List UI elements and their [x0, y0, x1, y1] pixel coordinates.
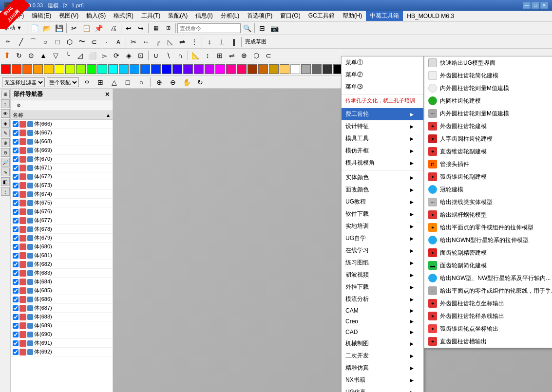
left-icon-6[interactable]: ⊕: [1, 138, 10, 147]
nav-row-673[interactable]: 体(673): [11, 181, 113, 190]
sub-item-11[interactable]: 冠轮建模: [424, 183, 552, 196]
menu-item-download[interactable]: 软件下载▶: [342, 208, 423, 220]
filter-3d-btn[interactable]: △: [108, 76, 120, 88]
polygon-btn[interactable]: ⬡: [64, 36, 76, 48]
nav-checkbox-684[interactable]: [13, 279, 19, 285]
color-swatch-8[interactable]: [76, 64, 86, 74]
snap-grid-btn[interactable]: ⊟: [256, 22, 268, 34]
menu-item-solidcolor[interactable]: 实体颜色▶: [342, 171, 423, 184]
extrude-btn[interactable]: ⬆: [1, 50, 13, 61]
sub-item-19[interactable]: ··· 给出平面点的零件或组件的轮廓线，用于手...: [424, 284, 552, 297]
menu-zhongge[interactable]: 中葛工具箱: [366, 11, 403, 21]
menu-gc[interactable]: GC工具箱: [305, 11, 339, 21]
nav-row-690[interactable]: 体(690): [11, 330, 113, 339]
sub-item-9[interactable]: ⊓ 管接头插件: [424, 158, 552, 170]
dim-btn[interactable]: ↕: [204, 36, 215, 48]
nav-row-671[interactable]: 体(671): [11, 164, 113, 172]
color-swatch-25[interactable]: [258, 64, 268, 74]
color-swatch-26[interactable]: [269, 64, 279, 74]
navigator-sort-icon[interactable]: ▲: [106, 112, 111, 118]
nav-row-669[interactable]: 体(669): [11, 146, 113, 155]
sub-item-23[interactable]: ✦ 直齿圆柱齿槽输出: [424, 335, 552, 348]
nav-row-668[interactable]: 体(668): [11, 137, 113, 146]
move-btn[interactable]: ↕: [202, 50, 213, 61]
nav-checkbox-676[interactable]: [13, 209, 19, 215]
nav-settings-icon[interactable]: ⚙: [13, 100, 24, 112]
menu-item-drawings[interactable]: 练习图纸▶: [342, 257, 423, 269]
nav-checkbox-667[interactable]: [13, 130, 19, 136]
nav-checkbox-670[interactable]: [13, 156, 19, 162]
menu-item-creo[interactable]: Creo▶: [342, 316, 423, 327]
nav-row-686[interactable]: 体(686): [11, 295, 113, 304]
chamfer-btn[interactable]: ◺: [164, 36, 176, 48]
left-icon-1[interactable]: ⊞: [1, 90, 10, 98]
paste-button[interactable]: 📌: [93, 22, 104, 34]
sub-item-6[interactable]: ✦ 外齿圆柱齿轮建模: [424, 120, 552, 132]
constraint2-btn[interactable]: ∥: [228, 36, 240, 48]
menu-item-cad[interactable]: CAD▶: [342, 327, 423, 337]
nav-checkbox-671[interactable]: [13, 165, 19, 171]
pocket-btn[interactable]: ▽: [50, 50, 61, 61]
filter-snap-btn[interactable]: ⊞: [95, 76, 106, 88]
color-swatch-darkgray[interactable]: [312, 64, 322, 74]
selection-filter-select[interactable]: 无选择过滤器: [2, 77, 45, 87]
color-swatch-7[interactable]: [65, 64, 75, 74]
filter-settings-btn[interactable]: ⚙: [81, 76, 93, 88]
layout-btn[interactable]: ▦: [150, 22, 162, 34]
color-swatch-14[interactable]: [140, 64, 150, 74]
sub-item-14[interactable]: ✦ 给出平面点的零件或组件的拉伸模型: [424, 221, 552, 234]
menu-item-design[interactable]: 设计特征▶: [342, 120, 423, 132]
left-icon-10[interactable]: ◧: [1, 177, 10, 186]
point-btn[interactable]: ·: [100, 36, 112, 48]
line-btn[interactable]: ╱: [15, 36, 27, 48]
nav-row-681[interactable]: 体(681): [11, 251, 113, 260]
hole-btn[interactable]: ⊙: [25, 50, 37, 61]
constraint-btn[interactable]: ⊥: [216, 36, 228, 48]
pan-btn[interactable]: ✋: [181, 76, 192, 88]
menu-item-draftangle[interactable]: 模具视模角▶: [342, 157, 423, 169]
menu-item-online[interactable]: 在线学习▶: [342, 244, 423, 257]
menu-item-menu1[interactable]: 菜单①: [342, 56, 423, 69]
menu-item-selfstudy[interactable]: UG自学▶: [342, 232, 423, 244]
sweep-btn[interactable]: ⟳: [111, 50, 122, 61]
undo-button[interactable]: ↩: [123, 22, 134, 34]
revolve-btn[interactable]: ↻: [13, 50, 25, 61]
offset-btn[interactable]: ⊂: [88, 36, 100, 48]
nav-row-678[interactable]: 体(678): [11, 225, 113, 234]
left-icon-9[interactable]: ∿: [1, 168, 10, 176]
sub-item-22[interactable]: ✦ 弧齿锥齿轮点坐标输出: [424, 322, 552, 335]
menu-item-facecolor[interactable]: 面改颜色▶: [342, 184, 423, 196]
color-swatch-27[interactable]: [280, 64, 289, 74]
menu-item-devkit[interactable]: 二次开发▶: [342, 350, 423, 362]
minimize-button[interactable]: —: [523, 2, 531, 9]
nav-row-677[interactable]: 体(677): [11, 216, 113, 225]
menu-help[interactable]: 帮助(H): [339, 11, 366, 21]
copy-button[interactable]: 📋: [80, 22, 92, 34]
save-button[interactable]: 💾: [53, 22, 65, 34]
color-swatch-20[interactable]: [205, 64, 214, 74]
sub-item-10[interactable]: ✦ 弧齿锥齿轮副建模: [424, 170, 552, 183]
nav-row-675[interactable]: 体(675): [11, 199, 113, 207]
nav-row-674[interactable]: 体(674): [11, 190, 113, 199]
zoom-in-btn[interactable]: ⊕: [153, 76, 165, 88]
nav-checkbox-692[interactable]: [13, 349, 19, 355]
pattern-btn[interactable]: ⋮: [189, 36, 200, 48]
sub-item-1[interactable]: 快速给出UG模型界面: [424, 56, 552, 69]
menu-item-plugin[interactable]: 外挂下载▶: [342, 281, 423, 293]
left-icon-8[interactable]: 🔎: [1, 158, 10, 167]
nav-checkbox-666[interactable]: [13, 121, 19, 127]
spline-btn[interactable]: 〜: [76, 36, 88, 48]
color-swatch-3[interactable]: [22, 64, 32, 74]
nav-checkbox-680[interactable]: [13, 244, 19, 250]
menu-item-carving[interactable]: 精雕仿真▶: [342, 362, 423, 374]
color-swatch-4[interactable]: [33, 64, 43, 74]
left-icon-11[interactable]: ⋮: [1, 187, 10, 196]
rotate-view-btn[interactable]: ↻: [194, 76, 206, 88]
nav-row-691[interactable]: 体(691): [11, 339, 113, 348]
menu-item-cam[interactable]: CAM▶: [342, 305, 423, 316]
color-swatch-18[interactable]: [183, 64, 193, 74]
nav-checkbox-681[interactable]: [13, 253, 19, 259]
color-swatch-11[interactable]: [108, 64, 118, 74]
menu-item-menu3[interactable]: 菜单③: [342, 81, 423, 93]
color-swatch-24[interactable]: [247, 64, 257, 74]
